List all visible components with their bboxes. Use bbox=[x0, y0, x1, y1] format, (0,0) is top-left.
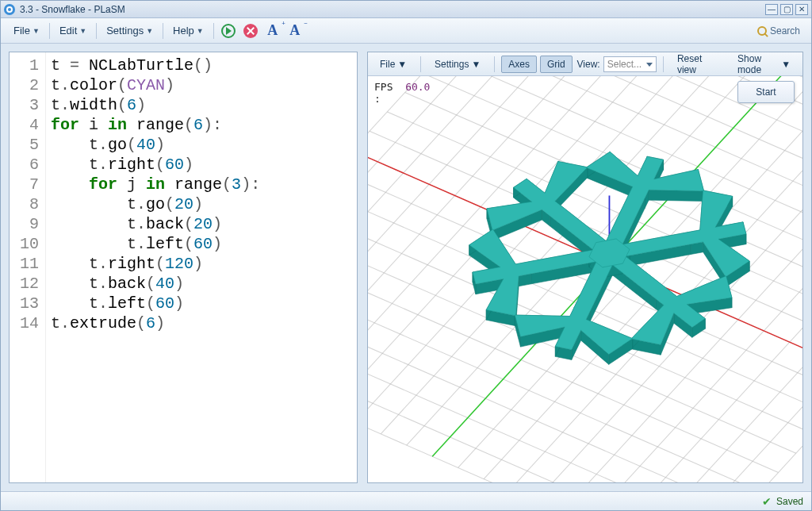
maximize-button[interactable]: ▢ bbox=[780, 4, 793, 15]
caret-icon: ▼ bbox=[33, 27, 40, 35]
menu-help-label: Help bbox=[173, 25, 194, 36]
caret-icon: ▼ bbox=[197, 27, 204, 35]
menu-file-label: File bbox=[13, 25, 30, 36]
menu-separator bbox=[420, 56, 421, 72]
run-button[interactable] bbox=[219, 21, 238, 40]
check-icon: ✔ bbox=[762, 495, 772, 508]
window-title: 3.3 - Snowflake - PLaSM bbox=[20, 4, 765, 15]
content-area: 1234567891011121314 t = NCLabTurtle()t.c… bbox=[1, 44, 811, 491]
app-icon bbox=[4, 4, 15, 15]
show-mode-label: Show mode bbox=[737, 53, 779, 75]
status-text: Saved bbox=[776, 496, 803, 507]
window-controls: — ▢ ✕ bbox=[765, 4, 808, 15]
app-window: 3.3 - Snowflake - PLaSM — ▢ ✕ File▼ Edit… bbox=[0, 0, 812, 511]
search-label: Search bbox=[770, 25, 800, 36]
menu-separator bbox=[49, 23, 50, 39]
view-select[interactable]: Select... bbox=[603, 56, 657, 72]
stop-icon bbox=[243, 24, 258, 38]
menu-help[interactable]: Help▼ bbox=[167, 21, 210, 40]
line-gutter: 1234567891011121314 bbox=[10, 52, 46, 482]
caret-icon: ▼ bbox=[146, 27, 153, 35]
view-select-value: Select... bbox=[607, 59, 642, 70]
close-button[interactable]: ✕ bbox=[795, 4, 808, 15]
viewer-settings-menu[interactable]: Settings▼ bbox=[427, 56, 488, 73]
reset-view-button[interactable]: Reset view bbox=[670, 50, 724, 79]
statusbar: ✔ Saved bbox=[1, 491, 811, 510]
titlebar: 3.3 - Snowflake - PLaSM — ▢ ✕ bbox=[1, 1, 811, 18]
play-icon bbox=[221, 24, 236, 38]
svg-marker-55 bbox=[649, 190, 703, 201]
caret-icon: ▼ bbox=[79, 27, 86, 35]
caret-icon: ▼ bbox=[781, 59, 791, 70]
fps-label: FPS bbox=[374, 81, 393, 93]
fps-readout: FPS 60.0: bbox=[374, 81, 430, 105]
fps-value: 60.0 bbox=[405, 81, 430, 93]
viewer-file-menu[interactable]: File▼ bbox=[373, 56, 414, 73]
menu-separator bbox=[96, 23, 97, 39]
grid-toggle[interactable]: Grid bbox=[540, 56, 573, 73]
viewer-panel: File▼ Settings▼ Axes Grid View: Select..… bbox=[367, 52, 803, 483]
menu-separator bbox=[663, 56, 664, 72]
menu-separator bbox=[213, 23, 214, 39]
viewer-settings-label: Settings bbox=[435, 59, 469, 70]
axes-toggle[interactable]: Axes bbox=[501, 56, 537, 73]
menu-file[interactable]: File▼ bbox=[7, 21, 46, 40]
search-button[interactable]: Search bbox=[753, 24, 805, 38]
code-body[interactable]: t = NCLabTurtle()t.color(CYAN)t.width(6)… bbox=[46, 52, 265, 482]
start-button[interactable]: Start bbox=[737, 81, 795, 103]
caret-icon: ▼ bbox=[397, 59, 407, 70]
menu-separator bbox=[494, 56, 495, 72]
viewer-toolbar: File▼ Settings▼ Axes Grid View: Select..… bbox=[368, 52, 802, 76]
svg-line-23 bbox=[368, 170, 802, 395]
font-increase-button[interactable]: A+ bbox=[263, 21, 282, 40]
show-mode-menu[interactable]: Show mode▼ bbox=[730, 50, 798, 79]
menu-edit[interactable]: Edit▼ bbox=[53, 21, 93, 40]
canvas-3d[interactable]: FPS 60.0: Start bbox=[368, 76, 802, 482]
font-decrease-button[interactable]: A− bbox=[285, 21, 304, 40]
search-icon bbox=[757, 26, 767, 36]
minimize-button[interactable]: — bbox=[765, 4, 778, 15]
menu-separator bbox=[163, 23, 163, 39]
grid-svg bbox=[368, 76, 802, 482]
menu-edit-label: Edit bbox=[59, 25, 77, 36]
caret-icon: ▼ bbox=[471, 59, 481, 70]
viewer-file-label: File bbox=[380, 59, 395, 70]
menubar: File▼ Edit▼ Settings▼ Help▼ A+ A− Search bbox=[1, 18, 811, 44]
code-editor[interactable]: 1234567891011121314 t = NCLabTurtle()t.c… bbox=[9, 52, 358, 483]
view-label: View: bbox=[577, 59, 600, 70]
menu-settings-label: Settings bbox=[106, 25, 144, 36]
stop-button[interactable] bbox=[241, 21, 260, 40]
menu-settings[interactable]: Settings▼ bbox=[100, 21, 159, 40]
